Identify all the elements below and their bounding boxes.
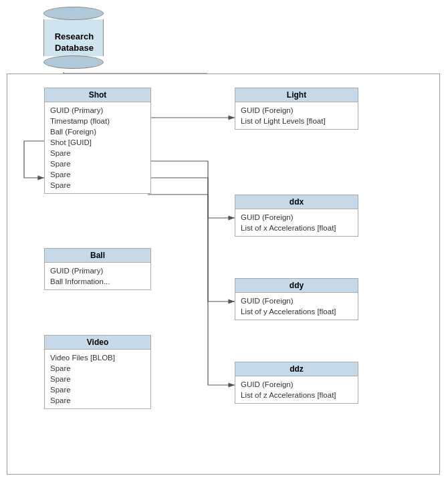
- ball-field-1: Ball Information...: [50, 276, 145, 287]
- entity-shot-body: GUID (Primary) Timestamp (float) Ball (F…: [45, 102, 150, 193]
- shot-field-3: Shot [GUID]: [50, 137, 145, 148]
- ddx-field-1: List of x Accelerations [float]: [241, 223, 352, 233]
- entity-ddy: ddy GUID (Foreign) List of y Acceleratio…: [235, 278, 358, 320]
- ddy-field-0: GUID (Foreign): [241, 295, 352, 306]
- entity-light-header: Light: [235, 88, 358, 102]
- shot-field-6: Spare: [50, 169, 145, 180]
- ball-field-0: GUID (Primary): [50, 265, 145, 276]
- cylinder-top: [43, 7, 104, 20]
- entity-video: Video Video Files [BLOB] Spare Spare Spa…: [44, 335, 151, 409]
- ddy-field-1: List of y Accelerations [float]: [241, 306, 352, 317]
- shot-field-4: Spare: [50, 148, 145, 158]
- entity-shot-header: Shot: [45, 88, 150, 102]
- entity-ddy-header: ddy: [235, 279, 358, 293]
- shot-field-5: Spare: [50, 158, 145, 169]
- entity-video-header: Video: [45, 336, 150, 350]
- database-cylinder: Research Database: [43, 7, 104, 70]
- database-container: Research Database: [33, 7, 114, 70]
- entity-ball-header: Ball: [45, 249, 150, 263]
- video-field-0: Video Files [BLOB]: [50, 352, 145, 363]
- entity-ddy-body: GUID (Foreign) List of y Accelerations […: [235, 293, 358, 320]
- entity-ddx: ddx GUID (Foreign) List of x Acceleratio…: [235, 195, 358, 237]
- entity-ddz-header: ddz: [235, 362, 358, 376]
- video-field-3: Spare: [50, 384, 145, 395]
- entity-shot: Shot GUID (Primary) Timestamp (float) Ba…: [44, 88, 151, 194]
- entity-light-body: GUID (Foreign) List of Light Levels [flo…: [235, 102, 358, 129]
- ddx-field-0: GUID (Foreign): [241, 212, 352, 223]
- shot-field-1: Timestamp (float): [50, 116, 145, 126]
- entity-ball-body: GUID (Primary) Ball Information...: [45, 263, 150, 289]
- shot-field-0: GUID (Primary): [50, 105, 145, 116]
- video-field-4: Spare: [50, 395, 145, 406]
- ddz-field-0: GUID (Foreign): [241, 379, 352, 390]
- entity-ball: Ball GUID (Primary) Ball Information...: [44, 248, 151, 290]
- video-field-2: Spare: [50, 374, 145, 384]
- entity-ddz-body: GUID (Foreign) List of z Accelerations […: [235, 376, 358, 403]
- shot-field-7: Spare: [50, 180, 145, 191]
- cylinder-body: Research Database: [43, 19, 104, 56]
- entity-video-body: Video Files [BLOB] Spare Spare Spare Spa…: [45, 350, 150, 408]
- page: Research Database: [0, 0, 448, 488]
- ddz-field-1: List of z Accelerations [float]: [241, 390, 352, 400]
- video-field-1: Spare: [50, 363, 145, 374]
- cylinder-bottom: [43, 55, 104, 69]
- entity-light: Light GUID (Foreign) List of Light Level…: [235, 88, 358, 130]
- shot-field-2: Ball (Foreign): [50, 126, 145, 137]
- entity-ddx-header: ddx: [235, 195, 358, 209]
- light-field-0: GUID (Foreign): [241, 105, 352, 116]
- entity-ddz: ddz GUID (Foreign) List of z Acceleratio…: [235, 362, 358, 404]
- database-label: Research Database: [44, 31, 104, 54]
- light-field-1: List of Light Levels [float]: [241, 116, 352, 126]
- entity-ddx-body: GUID (Foreign) List of x Accelerations […: [235, 209, 358, 236]
- main-box: Shot GUID (Primary) Timestamp (float) Ba…: [7, 74, 440, 475]
